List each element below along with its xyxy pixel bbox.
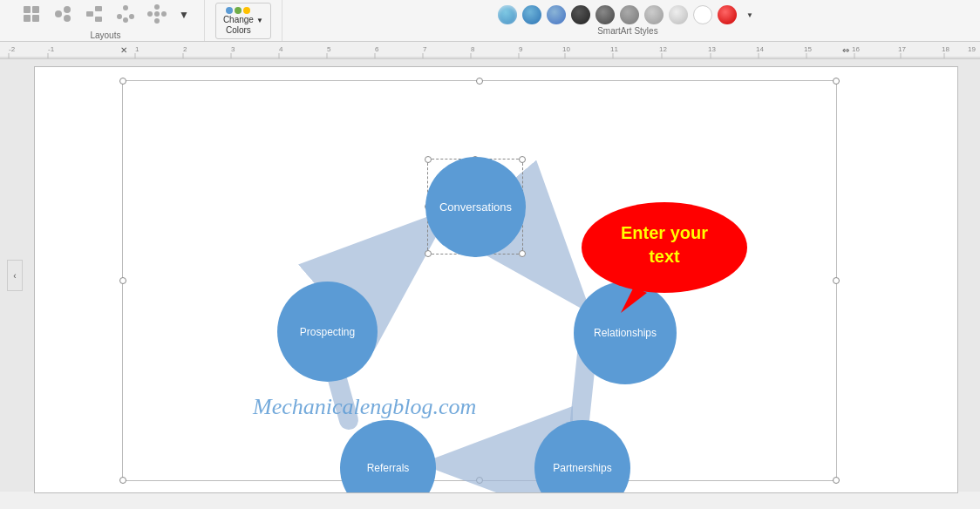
svg-text:13: 13 xyxy=(708,45,716,53)
style-swatch-10[interactable] xyxy=(718,5,737,24)
svg-rect-8 xyxy=(95,6,102,11)
svg-text:11: 11 xyxy=(610,45,618,53)
conversations-label: Conversations xyxy=(432,193,519,221)
partnerships-node[interactable]: Partnerships xyxy=(534,420,630,493)
handle-mr[interactable] xyxy=(833,277,840,284)
svg-point-18 xyxy=(154,11,160,17)
svg-text:6: 6 xyxy=(375,45,379,53)
handle-tm[interactable] xyxy=(476,78,483,85)
layout-btn-2[interactable] xyxy=(49,2,77,29)
style-swatch-2[interactable] xyxy=(522,5,541,24)
svg-text:15: 15 xyxy=(804,45,812,53)
svg-point-11 xyxy=(117,14,122,19)
watermark-label: Mechanicalengblog.com xyxy=(253,394,476,419)
svg-text:4: 4 xyxy=(279,45,283,53)
conv-handle-tr[interactable] xyxy=(519,156,526,163)
svg-text:10: 10 xyxy=(562,45,570,53)
conversations-node[interactable]: Conversations xyxy=(425,157,526,257)
ruler: ✕ -2 -1 1 2 3 4 5 6 7 8 9 1 xyxy=(0,42,980,59)
callout-bubble[interactable]: Enter your text xyxy=(577,200,752,316)
style-swatch-7[interactable] xyxy=(644,5,664,24)
layout-btn-3[interactable] xyxy=(80,2,108,29)
collapse-icon: ‹ xyxy=(13,271,16,281)
watermark-text: Mechanicalengblog.com xyxy=(253,394,476,420)
svg-text:2: 2 xyxy=(183,45,187,53)
svg-text:-1: -1 xyxy=(48,45,55,53)
svg-rect-7 xyxy=(86,11,93,17)
style-swatch-1[interactable] xyxy=(498,5,517,24)
svg-point-10 xyxy=(123,5,128,10)
relationships-label: Relationships xyxy=(587,320,664,346)
svg-text:8: 8 xyxy=(471,45,475,53)
svg-text:3: 3 xyxy=(231,45,235,53)
svg-point-17 xyxy=(161,11,167,17)
svg-text:16: 16 xyxy=(852,45,860,53)
svg-rect-3 xyxy=(32,15,39,22)
conv-handle-tl[interactable] xyxy=(425,156,432,163)
referrals-label: Referrals xyxy=(362,457,415,479)
handle-bm[interactable] xyxy=(476,477,483,484)
svg-rect-9 xyxy=(95,17,102,22)
layouts-label: Layouts xyxy=(90,31,120,40)
smartart-style-swatches: ▼ xyxy=(498,5,758,24)
layout-btn-5[interactable] xyxy=(143,2,171,29)
svg-point-12 xyxy=(123,17,128,23)
handle-bl[interactable] xyxy=(119,477,126,484)
sidebar-collapse-button[interactable]: ‹ xyxy=(7,260,23,291)
svg-point-4 xyxy=(55,10,62,17)
svg-text:⇔: ⇔ xyxy=(842,45,849,55)
svg-text:18: 18 xyxy=(942,45,949,53)
smartart-styles-section: ▼ SmartArt Styles xyxy=(282,0,973,41)
handle-tl[interactable] xyxy=(119,78,126,85)
svg-text:17: 17 xyxy=(898,45,906,53)
layout-dropdown-btn[interactable]: ▼ xyxy=(174,6,194,24)
ruler-svg: ✕ -2 -1 1 2 3 4 5 6 7 8 9 1 xyxy=(0,42,980,59)
change-colors-button[interactable]: Change Colors ▼ xyxy=(215,3,271,39)
svg-point-5 xyxy=(64,6,71,13)
document-canvas: Conversations Relationships Partnerships… xyxy=(34,66,958,493)
smartart-styles-more[interactable]: ▼ xyxy=(742,9,758,22)
prospecting-label: Prospecting xyxy=(293,319,362,345)
conv-handle-br[interactable] xyxy=(519,250,526,257)
svg-rect-2 xyxy=(24,15,31,22)
style-swatch-6[interactable] xyxy=(620,5,639,24)
style-swatch-5[interactable] xyxy=(595,5,615,24)
conv-handle-bl[interactable] xyxy=(425,250,432,257)
svg-text:text: text xyxy=(649,247,680,266)
arrows-svg xyxy=(35,67,957,492)
svg-text:12: 12 xyxy=(659,45,667,53)
callout-svg: Enter your text xyxy=(577,200,752,313)
svg-point-16 xyxy=(154,18,160,24)
svg-point-6 xyxy=(64,15,71,22)
layout-buttons: ▼ xyxy=(17,2,194,29)
colors-label: Colors xyxy=(226,25,251,35)
change-label: Change xyxy=(223,15,254,24)
svg-text:Enter your: Enter your xyxy=(621,223,708,242)
svg-point-13 xyxy=(129,14,134,19)
svg-text:14: 14 xyxy=(756,45,764,53)
layout-btn-1[interactable] xyxy=(17,2,45,29)
svg-text:5: 5 xyxy=(327,45,331,53)
svg-point-14 xyxy=(154,4,160,10)
svg-text:-2: -2 xyxy=(9,45,16,53)
handle-ml[interactable] xyxy=(119,277,126,284)
svg-point-15 xyxy=(147,11,153,17)
layouts-section: ▼ Layouts xyxy=(7,0,205,41)
handle-tr[interactable] xyxy=(833,78,840,85)
svg-text:9: 9 xyxy=(519,45,523,53)
style-swatch-3[interactable] xyxy=(547,5,566,24)
handle-br[interactable] xyxy=(833,477,840,484)
toolbar: ▼ Layouts Change Colors ▼ xyxy=(0,0,980,42)
prospecting-node[interactable]: Prospecting xyxy=(277,282,378,382)
change-colors-section: Change Colors ▼ xyxy=(205,0,282,41)
svg-text:✕: ✕ xyxy=(120,45,127,55)
partnerships-label: Partnerships xyxy=(548,457,616,479)
style-swatch-8[interactable] xyxy=(669,5,688,24)
style-swatch-9[interactable] xyxy=(693,5,712,24)
svg-text:7: 7 xyxy=(423,45,427,53)
svg-text:19: 19 xyxy=(968,45,976,53)
referrals-node[interactable]: Referrals xyxy=(340,420,436,493)
layout-btn-4[interactable] xyxy=(112,2,140,29)
style-swatch-4[interactable] xyxy=(571,5,590,24)
svg-rect-1 xyxy=(32,6,39,13)
